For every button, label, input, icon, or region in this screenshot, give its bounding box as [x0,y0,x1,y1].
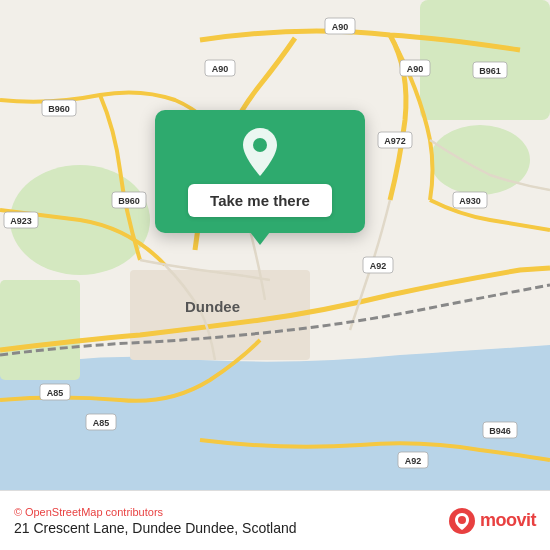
svg-text:A92: A92 [370,261,387,271]
svg-text:A85: A85 [93,418,110,428]
footer-bar: © OpenStreetMap contributors 21 Crescent… [0,490,550,550]
svg-text:A923: A923 [10,216,32,226]
location-pin-icon [238,126,282,178]
svg-text:A85: A85 [47,388,64,398]
svg-text:Dundee: Dundee [185,298,240,315]
svg-text:B961: B961 [479,66,501,76]
svg-text:A90: A90 [407,64,424,74]
svg-rect-4 [0,280,80,380]
moovit-brand-icon [448,507,476,535]
svg-text:B960: B960 [118,196,140,206]
location-icon-wrapper [236,128,284,176]
map-container: A90 A90 A90 B960 B960 A972 B961 A930 A92… [0,0,550,490]
footer-left: © OpenStreetMap contributors 21 Crescent… [14,506,297,536]
moovit-logo: moovit [448,507,536,535]
map-svg: A90 A90 A90 B960 B960 A972 B961 A930 A92… [0,0,550,490]
svg-point-37 [458,516,466,524]
popup-card: Take me there [155,110,365,233]
moovit-label: moovit [480,510,536,531]
svg-text:A92: A92 [405,456,422,466]
copyright-text: © OpenStreetMap contributors [14,506,297,518]
svg-point-3 [430,125,530,195]
svg-rect-2 [420,0,550,120]
svg-text:A90: A90 [332,22,349,32]
svg-point-35 [253,138,267,152]
svg-text:B946: B946 [489,426,511,436]
svg-text:A90: A90 [212,64,229,74]
svg-text:B960: B960 [48,104,70,114]
svg-text:A930: A930 [459,196,481,206]
svg-text:A972: A972 [384,136,406,146]
take-me-there-button[interactable]: Take me there [188,184,332,217]
address-text: 21 Crescent Lane, Dundee Dundee, Scotlan… [14,520,297,536]
